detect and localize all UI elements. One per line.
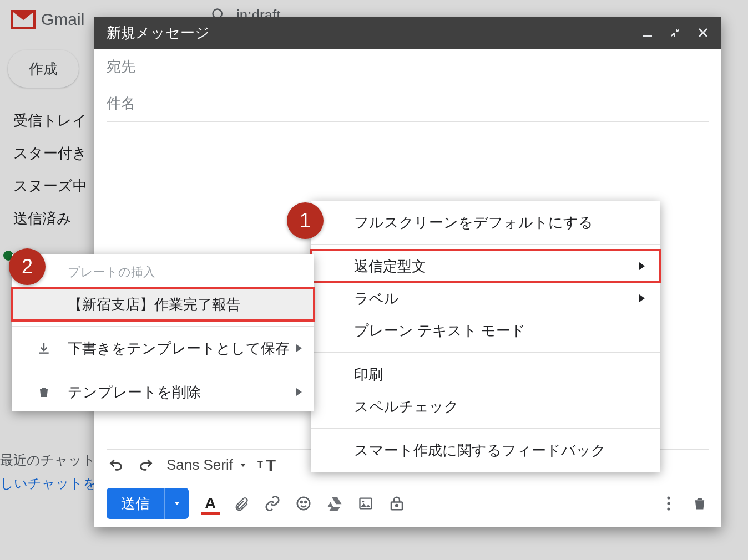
send-options-dropdown[interactable] bbox=[164, 488, 189, 519]
menu-label[interactable]: ラベル bbox=[311, 282, 660, 314]
template-insert-header: プレートの挿入 bbox=[12, 254, 314, 288]
send-button[interactable]: 送信 bbox=[107, 488, 189, 519]
trash-icon bbox=[36, 384, 52, 400]
svg-point-12 bbox=[667, 496, 670, 499]
exit-fullscreen-icon[interactable] bbox=[669, 27, 681, 39]
menu-spellcheck[interactable]: スペルチェック bbox=[311, 390, 660, 422]
attach-file-icon[interactable] bbox=[232, 494, 251, 513]
insert-drive-icon[interactable] bbox=[325, 494, 344, 513]
svg-point-14 bbox=[667, 507, 670, 510]
compose-fields: 宛先 件名 bbox=[94, 49, 721, 122]
svg-point-11 bbox=[396, 505, 398, 507]
more-options-icon[interactable] bbox=[659, 494, 678, 513]
svg-point-13 bbox=[667, 502, 670, 505]
menu-canned-responses[interactable]: 返信定型文 bbox=[311, 250, 660, 282]
to-field[interactable]: 宛先 bbox=[107, 49, 709, 85]
chevron-down-icon bbox=[239, 461, 247, 470]
compose-header-actions bbox=[641, 27, 709, 39]
subject-field[interactable]: 件名 bbox=[107, 85, 709, 122]
font-family-select[interactable]: Sans Serif bbox=[166, 456, 247, 474]
font-family-label: Sans Serif bbox=[166, 456, 233, 474]
callout-badge-2: 2 bbox=[9, 248, 46, 285]
insert-emoji-icon[interactable] bbox=[294, 494, 313, 513]
menu-separator bbox=[311, 352, 660, 353]
menu-print[interactable]: 印刷 bbox=[311, 358, 660, 390]
download-icon bbox=[36, 340, 52, 357]
svg-point-5 bbox=[297, 497, 310, 510]
template-item[interactable]: 【新宿支店】作業完了報告 bbox=[12, 288, 314, 320]
svg-rect-2 bbox=[643, 35, 652, 37]
svg-point-6 bbox=[301, 501, 302, 503]
menu-separator bbox=[12, 326, 314, 327]
send-button-label: 送信 bbox=[107, 494, 164, 513]
text-color-icon[interactable]: A bbox=[201, 494, 220, 513]
menu-separator bbox=[311, 428, 660, 429]
svg-point-9 bbox=[362, 501, 364, 503]
insert-photo-icon[interactable] bbox=[356, 494, 375, 513]
close-icon[interactable] bbox=[697, 27, 709, 39]
font-size-icon[interactable]: TT bbox=[259, 456, 277, 475]
save-draft-as-template-label: 下書きをテンプレートとして保存 bbox=[68, 339, 290, 358]
insert-link-icon[interactable] bbox=[263, 494, 282, 513]
compose-action-row: 送信 A bbox=[94, 480, 721, 527]
minimize-icon[interactable] bbox=[641, 27, 654, 39]
template-submenu: プレートの挿入 【新宿支店】作業完了報告 下書きをテンプレートとして保存 テンプ… bbox=[12, 254, 314, 411]
undo-icon[interactable] bbox=[107, 456, 125, 475]
discard-draft-icon[interactable] bbox=[690, 494, 709, 513]
delete-template-label: テンプレートを削除 bbox=[68, 383, 201, 402]
menu-smart-compose-feedback[interactable]: スマート作成に関するフィードバック bbox=[311, 434, 660, 466]
menu-separator bbox=[12, 370, 314, 370]
svg-point-7 bbox=[305, 501, 306, 503]
callout-badge-1: 1 bbox=[287, 202, 324, 239]
more-options-menu: フルスクリーンをデフォルトにする 返信定型文 ラベル プレーン テキスト モード… bbox=[311, 201, 660, 472]
menu-separator bbox=[311, 244, 660, 245]
subject-placeholder: 件名 bbox=[107, 94, 135, 113]
redo-icon[interactable] bbox=[137, 456, 155, 475]
menu-plain-text[interactable]: プレーン テキスト モード bbox=[311, 314, 660, 347]
compose-title: 新規メッセージ bbox=[107, 23, 210, 43]
save-draft-as-template[interactable]: 下書きをテンプレートとして保存 bbox=[12, 332, 314, 364]
delete-template[interactable]: テンプレートを削除 bbox=[12, 376, 314, 408]
to-placeholder: 宛先 bbox=[107, 57, 135, 77]
confidential-mode-icon[interactable] bbox=[387, 494, 406, 513]
menu-fullscreen-default[interactable]: フルスクリーンをデフォルトにする bbox=[311, 206, 660, 238]
compose-header[interactable]: 新規メッセージ bbox=[94, 17, 721, 49]
